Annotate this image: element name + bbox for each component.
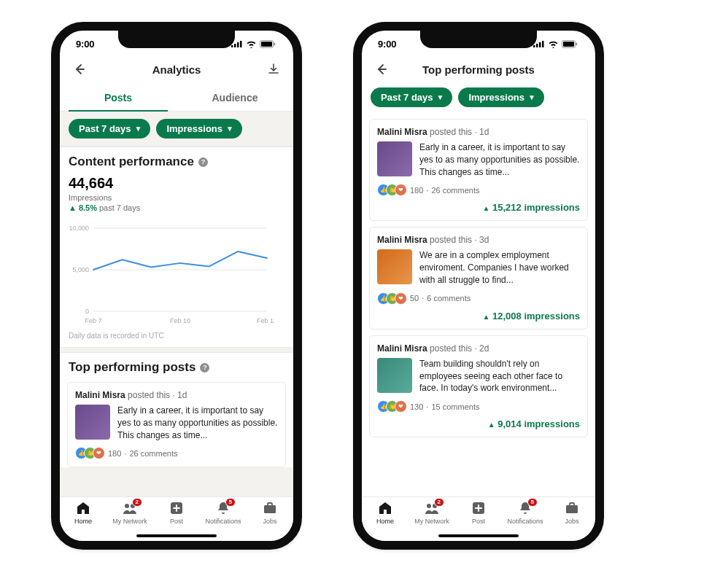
comment-count: 26 comments: [431, 186, 479, 195]
post-text: We are in a complex employment enviromen…: [419, 249, 580, 286]
post-card[interactable]: Malini Misra posted this · 2d Team build…: [369, 335, 588, 437]
back-button[interactable]: [70, 60, 89, 79]
caret-down-icon: ▼: [226, 125, 233, 133]
post-thumbnail: [377, 249, 412, 284]
nav-home[interactable]: Home: [362, 500, 408, 525]
post-card[interactable]: Malini Misra posted this · 3d We are in …: [369, 227, 588, 329]
post-byline: Malini Misra posted this · 2d: [377, 343, 580, 354]
help-icon[interactable]: ?: [200, 363, 209, 373]
post-author: Malini Misra: [377, 343, 427, 354]
wifi-icon: [246, 40, 257, 48]
metric-filter[interactable]: Impressions ▼: [458, 87, 544, 107]
post-author: Malini Misra: [377, 127, 427, 137]
caret-down-icon: ▼: [437, 93, 444, 101]
battery-icon: [260, 40, 276, 48]
tab-audience[interactable]: Audience: [177, 85, 293, 111]
arrow-up-icon: ▲: [483, 204, 490, 212]
nav-home-label: Home: [376, 518, 394, 525]
nav-post-label: Post: [472, 518, 485, 525]
arrow-up-icon: ▲: [69, 203, 77, 212]
post-thumbnail: [377, 358, 412, 393]
impressions-chart: 05,00010,000Feb 7Feb 10Feb 13: [60, 219, 293, 332]
nav-network[interactable]: 2 My Network: [107, 500, 153, 525]
date-range-filter[interactable]: Past 7 days ▼: [69, 119, 150, 139]
date-range-label: Past 7 days: [381, 92, 433, 103]
svg-text:0: 0: [85, 308, 89, 315]
plus-box-icon: [169, 500, 185, 516]
status-time: 9:00: [76, 39, 94, 50]
post-age: 1d: [177, 390, 187, 400]
svg-point-27: [427, 504, 431, 508]
battery-icon: [562, 40, 578, 48]
download-icon: [267, 63, 280, 76]
post-author: Malini Misra: [377, 235, 427, 245]
tab-posts[interactable]: Posts: [60, 85, 177, 111]
svg-point-16: [125, 504, 129, 508]
date-range-filter[interactable]: Past 7 days ▼: [371, 87, 452, 107]
nav-notifications[interactable]: 5 Notifications: [200, 500, 247, 525]
impressions-value: 15,212 impressions: [492, 202, 580, 213]
post-byline: Malini Misra posted this · 3d: [377, 235, 580, 245]
nav-jobs[interactable]: Jobs: [549, 500, 595, 525]
impressions-row: ▲ 12,008 impressions: [377, 311, 580, 321]
home-icon: [75, 500, 91, 516]
nav-network[interactable]: 2 My Network: [408, 500, 455, 525]
svg-text:Feb 10: Feb 10: [170, 317, 190, 324]
nav-post[interactable]: Post: [153, 500, 200, 525]
nav-jobs-label: Jobs: [565, 518, 578, 525]
nav-notifications[interactable]: 5 Notifications: [502, 500, 549, 525]
delta-row: ▲ 8.5% past 7 days: [69, 203, 284, 212]
svg-rect-25: [563, 42, 574, 47]
filter-row: Past 7 days ▼ Impressions ▼: [60, 112, 293, 147]
status-bar: 9:00: [60, 31, 293, 57]
delta-range: past 7 days: [99, 203, 140, 212]
back-button[interactable]: [372, 60, 391, 79]
briefcase-icon: [564, 500, 580, 516]
home-icon: [377, 500, 393, 516]
help-icon[interactable]: ?: [198, 157, 208, 167]
chart-footnote: Daily data is recorded in UTC: [60, 332, 293, 347]
arrow-up-icon: ▲: [483, 313, 490, 321]
home-indicator: [438, 534, 519, 537]
network-badge: 2: [434, 498, 444, 507]
nav-post[interactable]: Post: [455, 500, 502, 525]
love-icon: ❤: [93, 447, 105, 459]
status-time: 9:00: [378, 39, 396, 50]
nav-network-label: My Network: [112, 518, 147, 525]
svg-text:Feb 13: Feb 13: [257, 317, 274, 324]
impressions-row: ▲ 9,014 impressions: [377, 418, 580, 429]
svg-rect-30: [566, 505, 578, 513]
post-age: 2d: [479, 343, 489, 354]
post-byline: Malini Misra posted this · 1d: [75, 390, 278, 400]
nav-home[interactable]: Home: [60, 500, 107, 525]
content-performance-card: Content performance ? 44,664 Impressions…: [60, 147, 293, 348]
wifi-icon: [548, 40, 559, 48]
download-button[interactable]: [264, 60, 283, 79]
scroll-content[interactable]: Malini Misra posted this · 1d Early in a…: [362, 114, 595, 496]
phone-frame-left: 9:00 Analytics Posts Au: [51, 22, 302, 550]
impressions-value: 44,664: [69, 175, 284, 192]
post-card[interactable]: Malini Misra posted this · 1d Early in a…: [67, 382, 286, 467]
metric-label: Impressions: [166, 123, 222, 134]
post-card[interactable]: Malini Misra posted this · 1d Early in a…: [369, 119, 588, 221]
reaction-count: 130: [410, 402, 423, 411]
svg-rect-1: [234, 44, 236, 47]
post-byline: Malini Misra posted this · 1d: [377, 127, 580, 137]
section-title-text: Top performing posts: [69, 360, 195, 375]
nav-jobs[interactable]: Jobs: [247, 500, 293, 525]
post-action: posted this: [430, 127, 472, 137]
post-action: posted this: [430, 235, 472, 245]
svg-rect-20: [533, 45, 535, 47]
section-title-text: Content performance: [69, 155, 194, 169]
scroll-content[interactable]: Content performance ? 44,664 Impressions…: [60, 147, 293, 496]
nav-network-label: My Network: [414, 518, 449, 525]
svg-text:5,000: 5,000: [72, 266, 89, 273]
metric-filter[interactable]: Impressions ▼: [156, 119, 242, 139]
bottom-nav: Home 2 My Network Post 5: [60, 496, 293, 541]
reaction-count: 180: [410, 186, 423, 195]
reaction-icons: 👍 👏 ❤: [377, 292, 407, 305]
phone-frame-right: 9:00 Top performing posts Past 7 days ▼: [353, 22, 604, 550]
caret-down-icon: ▼: [135, 125, 142, 133]
comment-count: 6 comments: [427, 294, 471, 303]
plus-box-icon: [471, 500, 487, 516]
